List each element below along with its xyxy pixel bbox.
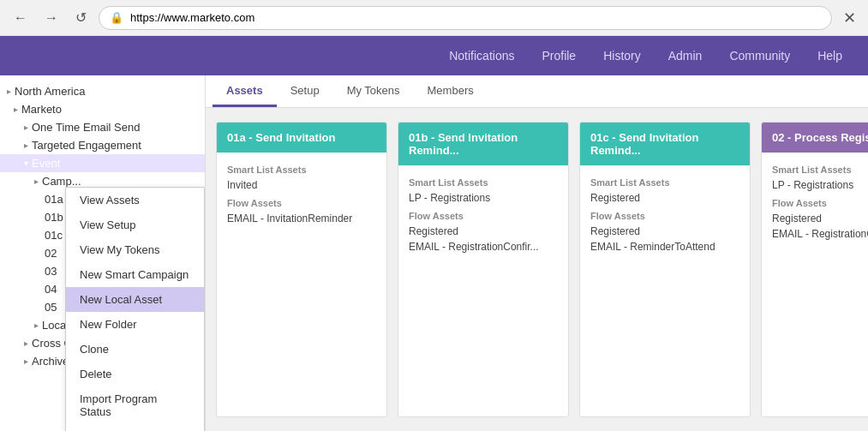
flow-title: Flow Assets	[590, 211, 739, 221]
flow-item: EMAIL - ReminderToAttend	[590, 239, 739, 254]
browser-chrome: ← → ↺ 🔒 ✕	[0, 0, 868, 36]
card-header[interactable]: 01b - Send Invitation Remind...	[398, 123, 568, 165]
smart-list-item: Invited	[227, 177, 376, 193]
back-button[interactable]: ←	[9, 7, 33, 29]
flow-item: Registered	[409, 224, 558, 239]
sidebar-item-targeted-engagement[interactable]: ▸Targeted Engagement	[0, 136, 205, 154]
flow-title: Flow Assets	[772, 198, 868, 208]
top-nav: NotificationsProfileHistoryAdminCommunit…	[0, 36, 868, 75]
sidebar-item-one-time-email-send[interactable]: ▸One Time Email Send	[0, 118, 205, 136]
card-01c: 01c - Send Invitation Remind...Smart Lis…	[579, 122, 751, 417]
smart-list-title: Smart List Assets	[227, 165, 376, 175]
content-area: AssetsSetupMy TokensMembers 01a - Send I…	[206, 75, 868, 431]
sidebar-item-label: 04	[45, 283, 57, 296]
card-01a: 01a - Send InvitationSmart List AssetsIn…	[216, 122, 387, 417]
flow-item: Registered	[590, 224, 739, 239]
sidebar-item-label: 05	[45, 301, 57, 314]
tree-arrow-icon: ▸	[34, 320, 39, 330]
menu-item-view-setup[interactable]: View Setup	[66, 213, 204, 237]
tree-arrow-icon: ▸	[24, 338, 28, 348]
flow-item: EMAIL - RegistrationConfir...	[772, 226, 868, 242]
lock-icon: 🔒	[110, 11, 123, 24]
smart-list-item: LP - Registrations	[409, 190, 558, 206]
topnav-item-community[interactable]: Community	[717, 42, 802, 69]
forward-button[interactable]: →	[39, 7, 63, 29]
sidebar-item-label: 01c	[45, 229, 63, 242]
url-bar[interactable]: 🔒	[99, 6, 832, 30]
tab-setup[interactable]: Setup	[277, 76, 333, 107]
flow-item: EMAIL - InvitationReminder	[227, 211, 376, 226]
tab-my-tokens[interactable]: My Tokens	[333, 76, 414, 107]
menu-item-view-assets[interactable]: View Assets	[66, 188, 204, 213]
tab-assets[interactable]: Assets	[213, 76, 277, 107]
tree-arrow-icon: ▸	[7, 87, 11, 96]
topnav-item-history[interactable]: History	[591, 42, 653, 69]
context-menu: View AssetsView SetupView My TokensNew S…	[65, 187, 205, 431]
flow-item: Registered	[772, 211, 868, 226]
tree-arrow-icon: ▾	[24, 159, 28, 168]
sidebar-item-label: Camp...	[42, 175, 81, 188]
reload-button[interactable]: ↺	[70, 6, 92, 29]
smart-list-title: Smart List Assets	[772, 165, 868, 175]
menu-item-new-smart-campaign[interactable]: New Smart Campaign	[66, 262, 204, 287]
sidebar-item-label: Targeted Engagement	[32, 139, 141, 152]
sidebar-item-label: 01b	[45, 211, 63, 224]
sidebar-item-marketo[interactable]: ▸Marketo	[0, 100, 205, 118]
card-header[interactable]: 02 - Process Registration	[762, 123, 868, 153]
card-body: Smart List AssetsLP - RegistrationsFlow …	[762, 153, 868, 248]
menu-item-import-program-status[interactable]: Import Program Status	[66, 386, 204, 424]
card-02: 02 - Process RegistrationSmart List Asse…	[761, 122, 868, 417]
card-body: Smart List AssetsLP - RegistrationsFlow …	[398, 165, 568, 261]
sidebar-item-label: Archive	[32, 355, 69, 368]
url-input[interactable]	[130, 11, 821, 24]
tabs-bar: AssetsSetupMy TokensMembers	[206, 75, 868, 108]
topnav-item-notifications[interactable]: Notifications	[437, 42, 526, 69]
topnav-item-profile[interactable]: Profile	[530, 42, 588, 69]
card-01b: 01b - Send Invitation Remind...Smart Lis…	[398, 122, 569, 417]
menu-item-view-my-tokens[interactable]: View My Tokens	[66, 237, 204, 262]
smart-list-item: LP - Registrations	[772, 177, 868, 193]
menu-item-clone[interactable]: Clone	[66, 337, 204, 362]
smart-list-title: Smart List Assets	[409, 177, 558, 188]
menu-item-new-local-asset[interactable]: New Local Asset	[66, 287, 204, 312]
sidebar-item-label: 02	[45, 247, 57, 260]
tree-arrow-icon: ▸	[24, 123, 28, 132]
tree-arrow-icon: ▸	[34, 177, 39, 186]
smart-list-title: Smart List Assets	[590, 177, 739, 188]
sidebar-item-north-america[interactable]: ▸North America	[0, 82, 205, 100]
smart-list-item: Registered	[590, 190, 739, 206]
menu-item-delete[interactable]: Delete	[66, 362, 204, 386]
flow-title: Flow Assets	[227, 198, 376, 208]
sidebar-item-label: One Time Email Send	[32, 121, 140, 134]
topnav-item-help[interactable]: Help	[805, 42, 854, 69]
sidebar-item-label: 01a	[45, 193, 63, 206]
sidebar-item-label: North America	[15, 85, 85, 98]
card-header[interactable]: 01c - Send Invitation Remind...	[580, 123, 750, 165]
sidebar-item-event[interactable]: ▾Event	[0, 154, 205, 172]
sidebar-item-label: 03	[45, 265, 57, 278]
tree-arrow-icon: ▸	[24, 141, 28, 150]
cards-area: 01a - Send InvitationSmart List AssetsIn…	[206, 108, 868, 431]
main-layout: ▸North America▸Marketo▸One Time Email Se…	[0, 75, 868, 431]
card-header[interactable]: 01a - Send Invitation	[217, 123, 386, 153]
card-body: Smart List AssetsInvitedFlow AssetsEMAIL…	[217, 153, 386, 233]
topnav-item-admin[interactable]: Admin	[656, 42, 715, 69]
close-button[interactable]: ✕	[839, 8, 859, 28]
flow-title: Flow Assets	[409, 211, 558, 221]
tree-arrow-icon: ▸	[14, 105, 18, 114]
sidebar: ▸North America▸Marketo▸One Time Email Se…	[0, 75, 206, 431]
tab-members[interactable]: Members	[414, 76, 488, 107]
tree-arrow-icon: ▸	[24, 356, 28, 366]
sidebar-item-label: Event	[32, 157, 60, 170]
card-body: Smart List AssetsRegisteredFlow AssetsRe…	[580, 165, 750, 261]
flow-item: EMAIL - RegistrationConfir...	[409, 239, 558, 254]
menu-item-mass-clone[interactable]: Mass Clone	[66, 424, 204, 431]
menu-item-new-folder[interactable]: New Folder	[66, 312, 204, 337]
sidebar-item-label: Marketo	[21, 103, 62, 116]
